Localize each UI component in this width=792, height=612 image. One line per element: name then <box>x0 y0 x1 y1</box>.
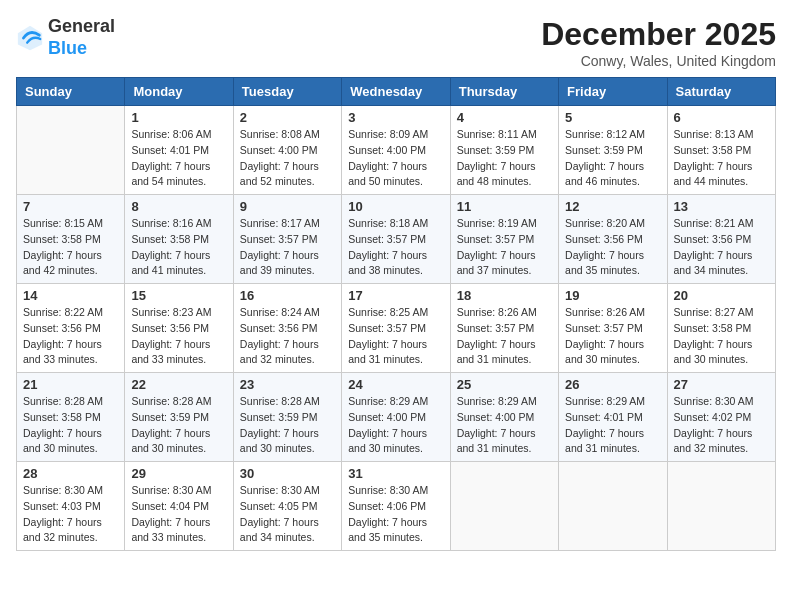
day-number: 11 <box>457 199 552 214</box>
day-info: Sunrise: 8:30 AMSunset: 4:04 PMDaylight:… <box>131 483 226 546</box>
day-info: Sunrise: 8:06 AMSunset: 4:01 PMDaylight:… <box>131 127 226 190</box>
day-info: Sunrise: 8:15 AMSunset: 3:58 PMDaylight:… <box>23 216 118 279</box>
calendar-cell: 5Sunrise: 8:12 AMSunset: 3:59 PMDaylight… <box>559 106 667 195</box>
day-info: Sunrise: 8:13 AMSunset: 3:58 PMDaylight:… <box>674 127 769 190</box>
calendar-table: SundayMondayTuesdayWednesdayThursdayFrid… <box>16 77 776 551</box>
day-info: Sunrise: 8:08 AMSunset: 4:00 PMDaylight:… <box>240 127 335 190</box>
day-info: Sunrise: 8:27 AMSunset: 3:58 PMDaylight:… <box>674 305 769 368</box>
calendar-cell: 9Sunrise: 8:17 AMSunset: 3:57 PMDaylight… <box>233 195 341 284</box>
day-number: 8 <box>131 199 226 214</box>
calendar-cell: 18Sunrise: 8:26 AMSunset: 3:57 PMDayligh… <box>450 284 558 373</box>
weekday-header-monday: Monday <box>125 78 233 106</box>
day-info: Sunrise: 8:25 AMSunset: 3:57 PMDaylight:… <box>348 305 443 368</box>
calendar-cell: 11Sunrise: 8:19 AMSunset: 3:57 PMDayligh… <box>450 195 558 284</box>
calendar-cell: 29Sunrise: 8:30 AMSunset: 4:04 PMDayligh… <box>125 462 233 551</box>
calendar-week-row: 14Sunrise: 8:22 AMSunset: 3:56 PMDayligh… <box>17 284 776 373</box>
day-number: 5 <box>565 110 660 125</box>
day-info: Sunrise: 8:26 AMSunset: 3:57 PMDaylight:… <box>457 305 552 368</box>
calendar-cell: 26Sunrise: 8:29 AMSunset: 4:01 PMDayligh… <box>559 373 667 462</box>
day-number: 22 <box>131 377 226 392</box>
calendar-cell <box>667 462 775 551</box>
day-info: Sunrise: 8:24 AMSunset: 3:56 PMDaylight:… <box>240 305 335 368</box>
day-info: Sunrise: 8:11 AMSunset: 3:59 PMDaylight:… <box>457 127 552 190</box>
day-info: Sunrise: 8:18 AMSunset: 3:57 PMDaylight:… <box>348 216 443 279</box>
page-header: General Blue December 2025 Conwy, Wales,… <box>16 16 776 69</box>
day-info: Sunrise: 8:26 AMSunset: 3:57 PMDaylight:… <box>565 305 660 368</box>
day-info: Sunrise: 8:17 AMSunset: 3:57 PMDaylight:… <box>240 216 335 279</box>
weekday-header-saturday: Saturday <box>667 78 775 106</box>
day-number: 16 <box>240 288 335 303</box>
calendar-cell: 6Sunrise: 8:13 AMSunset: 3:58 PMDaylight… <box>667 106 775 195</box>
calendar-week-row: 7Sunrise: 8:15 AMSunset: 3:58 PMDaylight… <box>17 195 776 284</box>
weekday-header-tuesday: Tuesday <box>233 78 341 106</box>
day-info: Sunrise: 8:28 AMSunset: 3:58 PMDaylight:… <box>23 394 118 457</box>
calendar-cell: 4Sunrise: 8:11 AMSunset: 3:59 PMDaylight… <box>450 106 558 195</box>
day-number: 4 <box>457 110 552 125</box>
calendar-cell: 21Sunrise: 8:28 AMSunset: 3:58 PMDayligh… <box>17 373 125 462</box>
day-number: 1 <box>131 110 226 125</box>
calendar-cell <box>17 106 125 195</box>
calendar-cell: 14Sunrise: 8:22 AMSunset: 3:56 PMDayligh… <box>17 284 125 373</box>
calendar-cell: 2Sunrise: 8:08 AMSunset: 4:00 PMDaylight… <box>233 106 341 195</box>
calendar-cell: 12Sunrise: 8:20 AMSunset: 3:56 PMDayligh… <box>559 195 667 284</box>
calendar-cell: 30Sunrise: 8:30 AMSunset: 4:05 PMDayligh… <box>233 462 341 551</box>
calendar-cell: 7Sunrise: 8:15 AMSunset: 3:58 PMDaylight… <box>17 195 125 284</box>
logo-icon <box>16 24 44 52</box>
day-number: 30 <box>240 466 335 481</box>
day-number: 23 <box>240 377 335 392</box>
calendar-cell <box>559 462 667 551</box>
calendar-week-row: 28Sunrise: 8:30 AMSunset: 4:03 PMDayligh… <box>17 462 776 551</box>
day-number: 15 <box>131 288 226 303</box>
day-number: 27 <box>674 377 769 392</box>
day-info: Sunrise: 8:30 AMSunset: 4:06 PMDaylight:… <box>348 483 443 546</box>
weekday-header-thursday: Thursday <box>450 78 558 106</box>
day-info: Sunrise: 8:23 AMSunset: 3:56 PMDaylight:… <box>131 305 226 368</box>
day-number: 31 <box>348 466 443 481</box>
day-number: 3 <box>348 110 443 125</box>
day-info: Sunrise: 8:30 AMSunset: 4:03 PMDaylight:… <box>23 483 118 546</box>
weekday-header-sunday: Sunday <box>17 78 125 106</box>
day-number: 13 <box>674 199 769 214</box>
day-number: 17 <box>348 288 443 303</box>
day-info: Sunrise: 8:22 AMSunset: 3:56 PMDaylight:… <box>23 305 118 368</box>
day-number: 26 <box>565 377 660 392</box>
day-number: 2 <box>240 110 335 125</box>
calendar-cell: 17Sunrise: 8:25 AMSunset: 3:57 PMDayligh… <box>342 284 450 373</box>
weekday-header-friday: Friday <box>559 78 667 106</box>
logo-text: General Blue <box>48 16 115 59</box>
calendar-cell: 20Sunrise: 8:27 AMSunset: 3:58 PMDayligh… <box>667 284 775 373</box>
calendar-cell: 19Sunrise: 8:26 AMSunset: 3:57 PMDayligh… <box>559 284 667 373</box>
day-info: Sunrise: 8:20 AMSunset: 3:56 PMDaylight:… <box>565 216 660 279</box>
calendar-cell: 22Sunrise: 8:28 AMSunset: 3:59 PMDayligh… <box>125 373 233 462</box>
day-number: 10 <box>348 199 443 214</box>
day-number: 7 <box>23 199 118 214</box>
day-info: Sunrise: 8:29 AMSunset: 4:01 PMDaylight:… <box>565 394 660 457</box>
calendar-cell: 3Sunrise: 8:09 AMSunset: 4:00 PMDaylight… <box>342 106 450 195</box>
calendar-cell: 23Sunrise: 8:28 AMSunset: 3:59 PMDayligh… <box>233 373 341 462</box>
calendar-header-row: SundayMondayTuesdayWednesdayThursdayFrid… <box>17 78 776 106</box>
location-subtitle: Conwy, Wales, United Kingdom <box>541 53 776 69</box>
day-number: 20 <box>674 288 769 303</box>
calendar-cell: 16Sunrise: 8:24 AMSunset: 3:56 PMDayligh… <box>233 284 341 373</box>
day-number: 6 <box>674 110 769 125</box>
day-number: 18 <box>457 288 552 303</box>
day-number: 28 <box>23 466 118 481</box>
calendar-cell: 15Sunrise: 8:23 AMSunset: 3:56 PMDayligh… <box>125 284 233 373</box>
day-info: Sunrise: 8:28 AMSunset: 3:59 PMDaylight:… <box>240 394 335 457</box>
day-info: Sunrise: 8:28 AMSunset: 3:59 PMDaylight:… <box>131 394 226 457</box>
day-number: 29 <box>131 466 226 481</box>
title-block: December 2025 Conwy, Wales, United Kingd… <box>541 16 776 69</box>
calendar-cell: 31Sunrise: 8:30 AMSunset: 4:06 PMDayligh… <box>342 462 450 551</box>
day-number: 21 <box>23 377 118 392</box>
calendar-cell <box>450 462 558 551</box>
calendar-cell: 24Sunrise: 8:29 AMSunset: 4:00 PMDayligh… <box>342 373 450 462</box>
day-number: 24 <box>348 377 443 392</box>
calendar-cell: 25Sunrise: 8:29 AMSunset: 4:00 PMDayligh… <box>450 373 558 462</box>
day-info: Sunrise: 8:30 AMSunset: 4:02 PMDaylight:… <box>674 394 769 457</box>
calendar-cell: 1Sunrise: 8:06 AMSunset: 4:01 PMDaylight… <box>125 106 233 195</box>
calendar-cell: 28Sunrise: 8:30 AMSunset: 4:03 PMDayligh… <box>17 462 125 551</box>
calendar-week-row: 21Sunrise: 8:28 AMSunset: 3:58 PMDayligh… <box>17 373 776 462</box>
day-info: Sunrise: 8:16 AMSunset: 3:58 PMDaylight:… <box>131 216 226 279</box>
month-year-title: December 2025 <box>541 16 776 53</box>
day-info: Sunrise: 8:29 AMSunset: 4:00 PMDaylight:… <box>348 394 443 457</box>
